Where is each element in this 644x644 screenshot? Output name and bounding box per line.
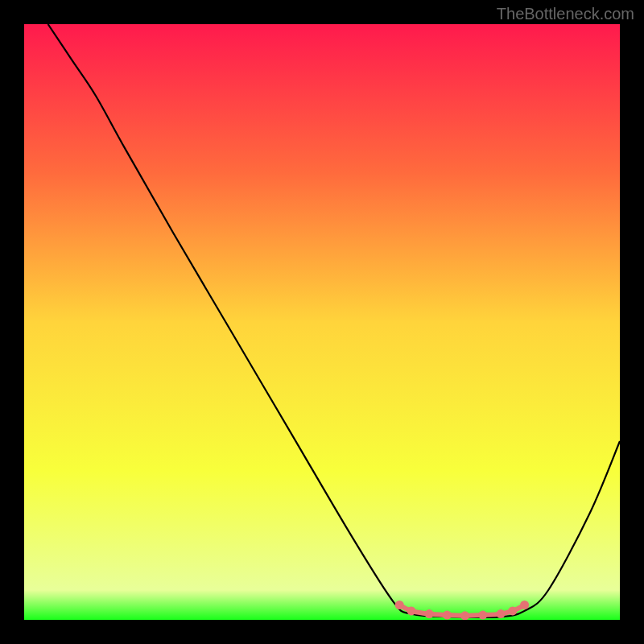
svg-point-6 (497, 609, 506, 618)
watermark-text: TheBottleneck.com (497, 5, 634, 23)
svg-point-5 (478, 611, 487, 620)
svg-point-4 (460, 611, 469, 620)
svg-point-7 (508, 606, 517, 615)
chart-svg (24, 24, 620, 620)
svg-point-2 (425, 609, 434, 618)
chart-container (24, 24, 620, 620)
svg-point-1 (407, 606, 416, 615)
chart-background (24, 24, 620, 620)
svg-point-3 (443, 611, 452, 620)
svg-point-8 (520, 601, 529, 609)
svg-point-0 (395, 601, 404, 609)
